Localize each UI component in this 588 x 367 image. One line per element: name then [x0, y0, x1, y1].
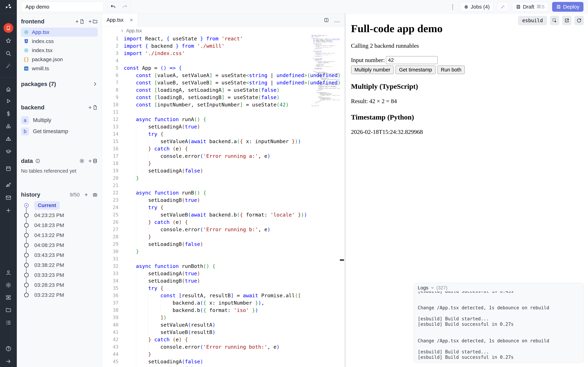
code-line-8[interactable]: 8const [loadingA, setLoadingA] = useStat… [102, 86, 344, 94]
info-icon[interactable] [35, 158, 40, 163]
input-number-field[interactable] [386, 56, 438, 64]
code-line-6[interactable]: 6const [valueA, setValueA] = useState<st… [102, 72, 344, 79]
editor-more-icon[interactable]: … [334, 17, 341, 24]
code-line-42[interactable]: 42} catch (e) { [102, 336, 344, 343]
play-icon[interactable] [5, 98, 12, 105]
code-line-27[interactable]: 27console.error('Error running b:', e) [102, 226, 344, 233]
help-icon[interactable] [5, 345, 12, 352]
ai-wand-button[interactable] [497, 2, 508, 12]
app-name-input[interactable] [21, 2, 104, 12]
history-entry[interactable]: 04:08:23 PM [24, 241, 98, 249]
home-icon[interactable] [5, 86, 12, 93]
code-line-22[interactable]: 22async function runB() { [102, 189, 344, 196]
redo-button[interactable] [119, 2, 130, 12]
arrow-right-icon[interactable] [5, 358, 12, 365]
plus-icon[interactable] [5, 207, 12, 214]
file-item-index-css[interactable]: 3index.css [21, 37, 98, 46]
run-both-button[interactable]: Run both [437, 66, 465, 74]
history-entry[interactable]: 04:23:23 PM [24, 211, 98, 219]
refresh-icon[interactable] [574, 16, 584, 25]
history-current[interactable]: Current [24, 201, 98, 209]
code-line-18[interactable]: 18} [102, 160, 344, 167]
calendar-icon[interactable] [5, 165, 12, 172]
open-external-icon[interactable] [562, 16, 571, 25]
history-entry[interactable]: 04:18:23 PM [24, 221, 98, 229]
history-entry[interactable]: 04:13:22 PM [24, 231, 98, 239]
panel-resize-grip[interactable] [340, 259, 344, 261]
code-line-9[interactable]: 9const [loadingB, setLoadingB] = useStat… [102, 94, 344, 101]
split-view-icon[interactable] [324, 17, 329, 23]
code-line-38[interactable]: 38backend.b({ format: 'iso' }) [102, 307, 344, 314]
add-database-icon[interactable]: + [88, 158, 98, 164]
code-line-40[interactable]: 40setValueA(resultA) [102, 321, 344, 329]
file-item-app-tsx[interactable]: App.tsx [21, 28, 98, 37]
inspect-select-icon[interactable] [550, 16, 559, 25]
file-item-index-tsx[interactable]: index.tsx [21, 46, 98, 55]
code-line-41[interactable]: 41setValueB(resultB) [102, 329, 344, 336]
deploy-button[interactable]: Deploy [552, 2, 583, 12]
code-line-28[interactable]: 28} [102, 233, 344, 241]
add-folder-icon[interactable]: + [88, 18, 98, 25]
prism-icon[interactable] [5, 135, 12, 142]
code-line-25[interactable]: 25setValueB(await backend.b({ format: 'l… [102, 211, 344, 218]
code-line-43[interactable]: 43console.error('Error running both:', e… [102, 343, 344, 350]
code-line-3[interactable]: 3import './index.css' [102, 50, 344, 57]
code-line-17[interactable]: 17console.error('Error running a:', e) [102, 152, 344, 160]
file-item-wmill-ts[interactable]: TSwmill.ts [21, 64, 98, 73]
folder-icon[interactable] [5, 307, 12, 314]
breadcrumb[interactable]: App.tsx [102, 26, 344, 35]
star-icon[interactable] [5, 37, 12, 44]
code-line-26[interactable]: 26} catch (e) { [102, 218, 344, 226]
code-line-11[interactable]: 11 [102, 108, 344, 116]
undo-button[interactable] [107, 2, 119, 12]
code-line-16[interactable]: 16} catch (e) { [102, 145, 344, 152]
code-line-31[interactable]: 31 [102, 255, 344, 262]
tab-app-tsx[interactable]: App.tsx × [102, 14, 138, 26]
code-line-13[interactable]: 13setLoadingA(true) [102, 123, 344, 130]
route-icon[interactable] [5, 181, 12, 188]
code-area[interactable]: 1import React, { useState } from 'react'… [102, 35, 344, 367]
jobs-button[interactable]: Jobs (4) [460, 2, 494, 12]
code-line-37[interactable]: 37backend.a({ x: inputNumber }), [102, 299, 344, 307]
code-line-33[interactable]: 33setLoadingA(true) [102, 270, 344, 277]
draft-button[interactable]: Draft ⌘S [512, 2, 549, 12]
code-line-2[interactable]: 2import { backend } from './wmill' [102, 42, 344, 50]
history-entry[interactable]: 03:23:22 PM [24, 291, 98, 299]
code-line-24[interactable]: 24try { [102, 204, 344, 211]
code-line-7[interactable]: 7const [valueB, setValueB] = useState<st… [102, 79, 344, 86]
code-line-4[interactable]: 4 [102, 57, 344, 64]
multiply-number-button[interactable]: Multiply number [351, 66, 394, 74]
history-entry[interactable]: 03:43:23 PM [24, 251, 98, 259]
list-icon[interactable] [5, 319, 12, 326]
minimap[interactable]: import React, { useState } from 'react'i… [311, 35, 340, 112]
dollar-icon[interactable] [5, 110, 12, 117]
file-item-package-json[interactable]: {}package.json [21, 55, 98, 64]
code-line-14[interactable]: 14try { [102, 130, 344, 138]
history-entry[interactable]: 03:38:22 PM [24, 261, 98, 269]
panel-divider[interactable] [344, 14, 346, 367]
add-snapshot-icon[interactable]: + [85, 192, 88, 198]
graduation-cap-icon[interactable] [5, 148, 12, 155]
code-line-32[interactable]: 32async function runBoth() { [102, 262, 344, 270]
history-entry[interactable]: 03:33:23 PM [24, 271, 98, 279]
get-timestamp-button[interactable]: Get timestamp [396, 66, 436, 74]
gear-icon[interactable] [5, 282, 12, 289]
apps-icon[interactable] [3, 23, 13, 33]
close-tab-icon[interactable]: × [130, 17, 133, 23]
packages-section[interactable]: packages (7) [21, 81, 98, 87]
search-icon[interactable] [5, 50, 12, 57]
workers-icon[interactable] [5, 294, 12, 301]
cubes-icon[interactable] [5, 123, 12, 130]
data-settings-gear-icon[interactable] [79, 158, 85, 164]
chevron-down-icon[interactable] [431, 286, 434, 290]
add-runnable-icon[interactable]: + [88, 104, 98, 111]
code-line-34[interactable]: 34setLoadingB(true) [102, 277, 344, 284]
code-line-19[interactable]: 19setLoadingA(false) [102, 167, 344, 175]
history-entry[interactable]: 03:28:23 PM [24, 281, 98, 289]
user-icon[interactable] [5, 269, 12, 276]
runnable-item-b[interactable]: bGet timestamp [21, 126, 98, 137]
add-file-icon[interactable]: + [75, 18, 85, 25]
code-line-21[interactable]: 21 [102, 182, 344, 189]
code-line-10[interactable]: 10const [inputNumber, setInputNumber] = … [102, 101, 344, 108]
code-line-45[interactable]: 45setLoadingA(false) [102, 358, 344, 365]
